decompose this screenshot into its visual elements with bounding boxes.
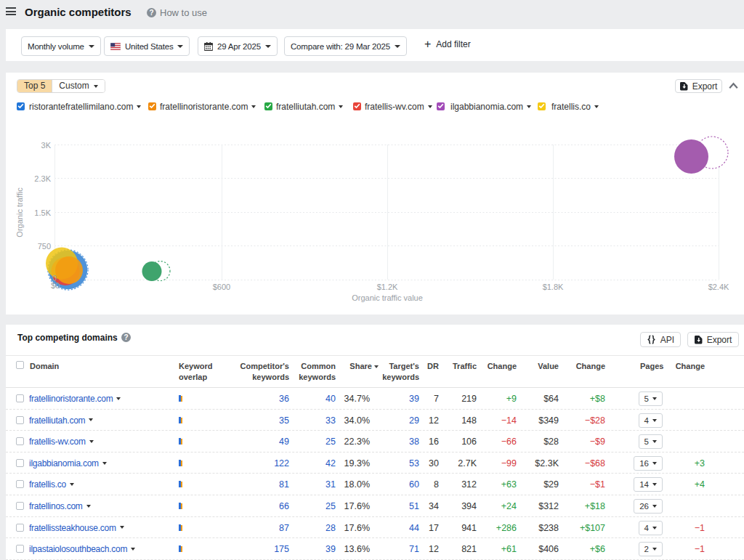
- svg-text:1.5K: 1.5K: [34, 208, 51, 217]
- svg-text:$1.8K: $1.8K: [543, 283, 564, 291]
- svg-text:$600: $600: [213, 283, 230, 291]
- svg-text:3K: 3K: [41, 141, 52, 150]
- svg-text:Organic traffic value: Organic traffic value: [352, 293, 423, 302]
- svg-text:750: 750: [38, 242, 51, 251]
- svg-text:$2.4K: $2.4K: [708, 283, 729, 291]
- svg-text:Organic traffic: Organic traffic: [15, 187, 24, 238]
- svg-text:$1.2K: $1.2K: [377, 283, 398, 291]
- svg-text:2.3K: 2.3K: [34, 174, 51, 183]
- svg-text:$0: $0: [51, 281, 60, 290]
